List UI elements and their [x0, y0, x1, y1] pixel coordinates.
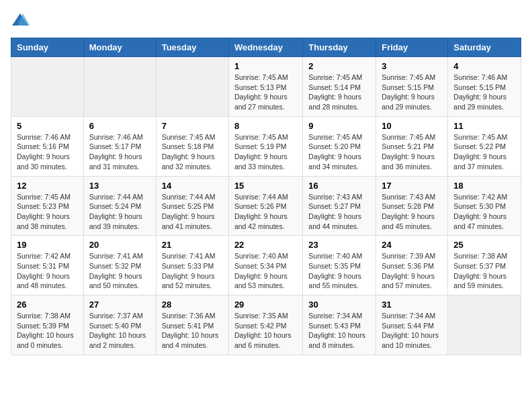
day-cell: 17Sunrise: 7:43 AM Sunset: 5:28 PM Dayli…: [376, 176, 448, 236]
day-detail: Sunrise: 7:44 AM Sunset: 5:25 PM Dayligh…: [162, 192, 223, 232]
day-detail: Sunrise: 7:41 AM Sunset: 5:33 PM Dayligh…: [162, 251, 223, 291]
day-cell: 7Sunrise: 7:45 AM Sunset: 5:18 PM Daylig…: [156, 116, 228, 176]
day-cell: 23Sunrise: 7:40 AM Sunset: 5:35 PM Dayli…: [303, 236, 376, 295]
page-header: [11, 11, 521, 30]
day-cell: 31Sunrise: 7:34 AM Sunset: 5:44 PM Dayli…: [376, 295, 448, 355]
day-detail: Sunrise: 7:36 AM Sunset: 5:41 PM Dayligh…: [162, 311, 223, 351]
day-detail: Sunrise: 7:37 AM Sunset: 5:40 PM Dayligh…: [89, 311, 150, 351]
day-number: 3: [382, 61, 442, 71]
day-cell: 5Sunrise: 7:46 AM Sunset: 5:16 PM Daylig…: [11, 116, 84, 176]
day-number: 23: [308, 240, 370, 250]
day-cell: [156, 57, 228, 117]
header-sunday: Sunday: [11, 38, 84, 57]
day-cell: 10Sunrise: 7:45 AM Sunset: 5:21 PM Dayli…: [376, 116, 448, 176]
day-cell: 25Sunrise: 7:38 AM Sunset: 5:37 PM Dayli…: [448, 236, 521, 295]
day-detail: Sunrise: 7:38 AM Sunset: 5:39 PM Dayligh…: [17, 311, 78, 351]
header-tuesday: Tuesday: [156, 38, 228, 57]
day-cell: 13Sunrise: 7:44 AM Sunset: 5:24 PM Dayli…: [83, 176, 156, 236]
day-cell: 11Sunrise: 7:45 AM Sunset: 5:22 PM Dayli…: [448, 116, 521, 176]
day-cell: [448, 295, 521, 355]
day-cell: 22Sunrise: 7:40 AM Sunset: 5:34 PM Dayli…: [228, 236, 302, 295]
logo: [11, 11, 32, 30]
day-cell: 3Sunrise: 7:45 AM Sunset: 5:15 PM Daylig…: [376, 57, 448, 117]
day-number: 10: [382, 121, 442, 131]
header-wednesday: Wednesday: [228, 38, 302, 57]
day-cell: 2Sunrise: 7:45 AM Sunset: 5:14 PM Daylig…: [303, 57, 376, 117]
day-cell: 21Sunrise: 7:41 AM Sunset: 5:33 PM Dayli…: [156, 236, 228, 295]
day-cell: 28Sunrise: 7:36 AM Sunset: 5:41 PM Dayli…: [156, 295, 228, 355]
week-row-5: 26Sunrise: 7:38 AM Sunset: 5:39 PM Dayli…: [11, 295, 521, 355]
day-detail: Sunrise: 7:42 AM Sunset: 5:30 PM Dayligh…: [453, 192, 515, 232]
day-number: 19: [17, 240, 78, 250]
header-monday: Monday: [83, 38, 156, 57]
day-cell: 30Sunrise: 7:34 AM Sunset: 5:43 PM Dayli…: [303, 295, 376, 355]
day-cell: 9Sunrise: 7:45 AM Sunset: 5:20 PM Daylig…: [303, 116, 376, 176]
day-detail: Sunrise: 7:45 AM Sunset: 5:20 PM Dayligh…: [308, 132, 370, 172]
day-detail: Sunrise: 7:46 AM Sunset: 5:16 PM Dayligh…: [17, 132, 78, 172]
day-number: 28: [162, 300, 223, 310]
day-number: 9: [308, 121, 370, 131]
day-number: 22: [234, 240, 297, 250]
day-detail: Sunrise: 7:39 AM Sunset: 5:36 PM Dayligh…: [382, 251, 442, 291]
day-detail: Sunrise: 7:43 AM Sunset: 5:28 PM Dayligh…: [382, 192, 442, 232]
day-cell: 29Sunrise: 7:35 AM Sunset: 5:42 PM Dayli…: [228, 295, 302, 355]
day-detail: Sunrise: 7:45 AM Sunset: 5:22 PM Dayligh…: [453, 132, 515, 172]
day-detail: Sunrise: 7:34 AM Sunset: 5:44 PM Dayligh…: [382, 311, 442, 351]
day-cell: 15Sunrise: 7:44 AM Sunset: 5:26 PM Dayli…: [228, 176, 302, 236]
day-number: 1: [234, 61, 297, 71]
day-cell: 19Sunrise: 7:42 AM Sunset: 5:31 PM Dayli…: [11, 236, 84, 295]
day-detail: Sunrise: 7:45 AM Sunset: 5:19 PM Dayligh…: [234, 132, 297, 172]
day-number: 12: [17, 181, 78, 191]
day-number: 4: [453, 61, 515, 71]
day-detail: Sunrise: 7:45 AM Sunset: 5:13 PM Dayligh…: [234, 73, 297, 112]
day-cell: 24Sunrise: 7:39 AM Sunset: 5:36 PM Dayli…: [376, 236, 448, 295]
day-cell: 14Sunrise: 7:44 AM Sunset: 5:25 PM Dayli…: [156, 176, 228, 236]
day-number: 24: [382, 240, 442, 250]
day-detail: Sunrise: 7:45 AM Sunset: 5:18 PM Dayligh…: [162, 132, 223, 172]
day-number: 2: [308, 61, 370, 71]
day-number: 18: [453, 181, 515, 191]
day-detail: Sunrise: 7:46 AM Sunset: 5:15 PM Dayligh…: [453, 73, 515, 112]
week-row-2: 5Sunrise: 7:46 AM Sunset: 5:16 PM Daylig…: [11, 116, 521, 176]
logo-icon: [11, 11, 30, 30]
day-detail: Sunrise: 7:34 AM Sunset: 5:43 PM Dayligh…: [308, 311, 370, 351]
calendar: SundayMondayTuesdayWednesdayThursdayFrid…: [11, 38, 521, 355]
day-number: 13: [89, 181, 150, 191]
day-number: 25: [453, 240, 515, 250]
day-number: 27: [89, 300, 150, 310]
day-detail: Sunrise: 7:44 AM Sunset: 5:24 PM Dayligh…: [89, 192, 150, 232]
header-thursday: Thursday: [303, 38, 376, 57]
day-number: 11: [453, 121, 515, 131]
day-number: 16: [308, 181, 370, 191]
day-cell: 18Sunrise: 7:42 AM Sunset: 5:30 PM Dayli…: [448, 176, 521, 236]
day-cell: 8Sunrise: 7:45 AM Sunset: 5:19 PM Daylig…: [228, 116, 302, 176]
day-number: 26: [17, 300, 78, 310]
day-cell: 27Sunrise: 7:37 AM Sunset: 5:40 PM Dayli…: [83, 295, 156, 355]
week-row-4: 19Sunrise: 7:42 AM Sunset: 5:31 PM Dayli…: [11, 236, 521, 295]
day-detail: Sunrise: 7:45 AM Sunset: 5:23 PM Dayligh…: [17, 192, 78, 232]
day-number: 6: [89, 121, 150, 131]
day-cell: [11, 57, 84, 117]
header-friday: Friday: [376, 38, 448, 57]
day-cell: 16Sunrise: 7:43 AM Sunset: 5:27 PM Dayli…: [303, 176, 376, 236]
week-row-1: 1Sunrise: 7:45 AM Sunset: 5:13 PM Daylig…: [11, 57, 521, 117]
day-number: 29: [234, 300, 297, 310]
day-number: 15: [234, 181, 297, 191]
day-number: 20: [89, 240, 150, 250]
day-number: 5: [17, 121, 78, 131]
day-cell: 6Sunrise: 7:46 AM Sunset: 5:17 PM Daylig…: [83, 116, 156, 176]
calendar-header-row: SundayMondayTuesdayWednesdayThursdayFrid…: [11, 38, 521, 57]
day-detail: Sunrise: 7:41 AM Sunset: 5:32 PM Dayligh…: [89, 251, 150, 291]
day-cell: 4Sunrise: 7:46 AM Sunset: 5:15 PM Daylig…: [448, 57, 521, 117]
day-cell: 26Sunrise: 7:38 AM Sunset: 5:39 PM Dayli…: [11, 295, 84, 355]
day-detail: Sunrise: 7:40 AM Sunset: 5:34 PM Dayligh…: [234, 251, 297, 291]
day-cell: 1Sunrise: 7:45 AM Sunset: 5:13 PM Daylig…: [228, 57, 302, 117]
header-saturday: Saturday: [448, 38, 521, 57]
day-detail: Sunrise: 7:46 AM Sunset: 5:17 PM Dayligh…: [89, 132, 150, 172]
day-number: 14: [162, 181, 223, 191]
day-detail: Sunrise: 7:45 AM Sunset: 5:15 PM Dayligh…: [382, 73, 442, 112]
day-number: 21: [162, 240, 223, 250]
day-cell: [83, 57, 156, 117]
day-detail: Sunrise: 7:43 AM Sunset: 5:27 PM Dayligh…: [308, 192, 370, 232]
day-number: 8: [234, 121, 297, 131]
